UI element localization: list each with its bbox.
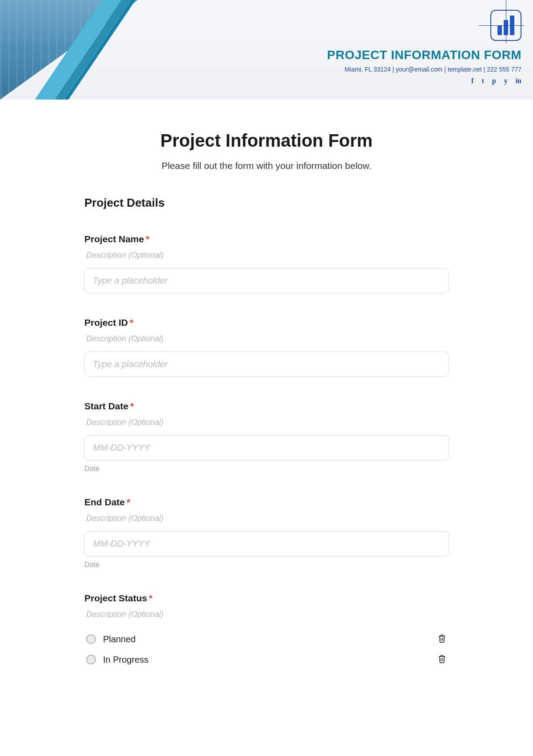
status-option-row: In Progress	[84, 649, 449, 670]
field-description[interactable]: Description (Optional)	[84, 334, 449, 344]
input-end-date[interactable]	[84, 531, 449, 556]
field-start-date: Start Date* Description (Optional) Date	[84, 401, 449, 473]
header-banner: PROJECT INFORMATION FORM Miami, FL 33124…	[0, 0, 533, 100]
form-title: Project Information Form	[84, 131, 449, 151]
tumblr-icon[interactable]: t	[481, 77, 484, 84]
section-title-project-details: Project Details	[84, 196, 449, 210]
twitter-icon[interactable]: y	[504, 77, 508, 84]
field-description[interactable]: Description (Optional)	[84, 418, 449, 427]
sublabel-date: Date	[84, 465, 449, 473]
social-icons: f t p y in	[327, 77, 521, 84]
option-label: Planned	[103, 634, 135, 644]
field-description[interactable]: Description (Optional)	[84, 514, 449, 523]
label-project-status: Project Status*	[84, 593, 449, 604]
header-contact: Miami, FL 33124 | your@email.com | templ…	[327, 66, 521, 73]
sublabel-date: Date	[84, 561, 449, 569]
option-label: In Progress	[103, 655, 148, 665]
input-project-name[interactable]	[84, 268, 449, 293]
field-project-id: Project ID* Description (Optional)	[84, 317, 449, 377]
input-start-date[interactable]	[84, 435, 449, 460]
label-project-name: Project Name*	[84, 234, 449, 244]
form-subtitle: Please fill out the form with your infor…	[84, 160, 449, 171]
label-end-date: End Date*	[84, 497, 449, 508]
label-start-date: Start Date*	[84, 401, 449, 412]
linkedin-icon[interactable]: in	[516, 77, 521, 84]
field-description[interactable]: Description (Optional)	[84, 251, 449, 260]
delete-option-icon[interactable]	[437, 633, 447, 645]
field-description[interactable]: Description (Optional)	[84, 610, 449, 619]
field-end-date: End Date* Description (Optional) Date	[84, 497, 449, 569]
logo-icon	[490, 10, 521, 41]
radio-planned[interactable]	[86, 634, 96, 644]
status-option-row: Planned	[84, 629, 449, 649]
label-project-id: Project ID*	[84, 317, 449, 328]
header-title: PROJECT INFORMATION FORM	[327, 48, 521, 62]
field-project-status: Project Status* Description (Optional) P…	[84, 593, 449, 670]
delete-option-icon[interactable]	[437, 654, 447, 665]
input-project-id[interactable]	[84, 352, 449, 377]
facebook-icon[interactable]: f	[471, 77, 473, 84]
field-project-name: Project Name* Description (Optional)	[84, 234, 449, 293]
pinterest-icon[interactable]: p	[492, 77, 496, 84]
radio-in-progress[interactable]	[86, 655, 96, 664]
